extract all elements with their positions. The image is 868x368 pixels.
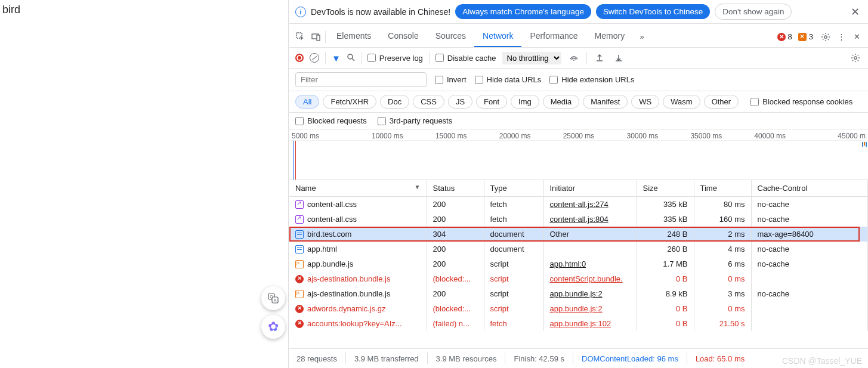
console-errors-badge[interactable]: ✕ 8: [777, 32, 792, 41]
column-header-type[interactable]: Type: [484, 180, 543, 197]
preserve-log-checkbox[interactable]: Preserve log: [367, 54, 423, 63]
chip-fetchxhr[interactable]: Fetch/XHR: [323, 95, 376, 109]
more-tabs-icon[interactable]: »: [635, 30, 648, 44]
dont-show-again-button[interactable]: Don't show again: [715, 4, 792, 20]
assistant-float-button[interactable]: ✿: [261, 315, 285, 339]
tab-console[interactable]: Console: [379, 26, 427, 47]
initiator-link[interactable]: app.bundle.js:2: [550, 304, 603, 313]
type-cell: script: [484, 286, 543, 301]
device-mode-icon[interactable]: [310, 30, 323, 44]
network-table-wrap[interactable]: Name▼StatusTypeInitiatorSizeTimeCache-Co…: [289, 180, 868, 348]
close-icon[interactable]: ✕: [848, 5, 862, 18]
network-settings-icon[interactable]: [849, 51, 862, 64]
err-icon: [295, 320, 304, 328]
table-row[interactable]: content-all.css200fetchcontent-all.js:80…: [289, 212, 868, 227]
hide-extension-urls-checkbox[interactable]: Hide extension URLs: [549, 75, 634, 84]
filter-icon[interactable]: ▼: [332, 53, 341, 63]
tab-elements[interactable]: Elements: [328, 26, 379, 47]
column-header-time[interactable]: Time: [694, 180, 751, 197]
invert-checkbox[interactable]: Invert: [435, 75, 467, 84]
blocked-requests-checkbox[interactable]: Blocked requests: [295, 116, 367, 125]
time-cell: 80 ms: [694, 197, 751, 212]
table-row[interactable]: adwords.dynamic.js.gz(blocked:...scripta…: [289, 301, 868, 316]
request-name: app.bundle.js: [307, 259, 353, 268]
tab-sources[interactable]: Sources: [427, 26, 474, 47]
initiator-link[interactable]: content-all.js:274: [550, 200, 608, 209]
inspect-element-icon[interactable]: [294, 30, 307, 44]
network-conditions-icon[interactable]: [567, 51, 580, 64]
translate-float-button[interactable]: QA: [261, 286, 285, 310]
chip-img[interactable]: Img: [511, 95, 539, 109]
tab-performance[interactable]: Performance: [521, 26, 586, 47]
network-table: Name▼StatusTypeInitiatorSizeTimeCache-Co…: [289, 180, 868, 331]
table-row[interactable]: app.html200document260 B4 msno-cache: [289, 242, 868, 256]
tab-memory[interactable]: Memory: [586, 26, 634, 47]
third-party-checkbox[interactable]: 3rd-party requests: [378, 116, 453, 125]
initiator-link[interactable]: app.html:0: [550, 259, 586, 268]
type-cell: fetch: [484, 197, 543, 212]
chip-css[interactable]: CSS: [413, 95, 444, 109]
svg-point-3: [824, 35, 827, 38]
initiator-link[interactable]: app.bundle.js:2: [550, 289, 603, 298]
chip-all[interactable]: All: [295, 95, 319, 109]
chip-media[interactable]: Media: [543, 95, 579, 109]
initiator-link[interactable]: app.bundle.js:102: [550, 319, 611, 328]
time-cell: 3 ms: [694, 286, 751, 301]
hide-data-urls-checkbox[interactable]: Hide data URLs: [475, 75, 542, 84]
more-icon[interactable]: ⋮: [835, 30, 848, 44]
svg-rect-2: [317, 35, 320, 41]
timeline-tick: 5000 ms: [291, 132, 356, 140]
chip-ws[interactable]: WS: [631, 95, 659, 109]
table-row[interactable]: content-all.css200fetchcontent-all.js:27…: [289, 197, 868, 212]
initiator-link[interactable]: content-all.js:804: [550, 215, 608, 224]
timeline-tick: 40000 ms: [738, 132, 802, 140]
chip-wasm[interactable]: Wasm: [663, 95, 700, 109]
chip-font[interactable]: Font: [476, 95, 507, 109]
svg-text:A: A: [274, 298, 277, 302]
chip-js[interactable]: JS: [448, 95, 472, 109]
initiator-cell: app.html:0: [543, 256, 637, 271]
tab-network[interactable]: Network: [474, 26, 521, 47]
table-row[interactable]: ajs-destination.bundle.js(blocked:...scr…: [289, 271, 868, 286]
blocked-cookies-checkbox[interactable]: Blocked response cookies: [750, 97, 852, 106]
table-row[interactable]: bird.test.com304documentOther248 B2 msma…: [289, 227, 868, 242]
statusbar: 28 requests 3.9 MB transferred 3.9 MB re…: [289, 348, 868, 368]
column-header-name[interactable]: Name▼: [289, 180, 427, 197]
timeline-overview[interactable]: 5000 ms10000 ms15000 ms20000 ms25000 ms3…: [289, 129, 868, 180]
clear-button[interactable]: [310, 53, 319, 63]
throttling-select[interactable]: No throttling: [502, 52, 561, 64]
search-icon[interactable]: [347, 53, 355, 63]
timeline-body[interactable]: [289, 140, 868, 180]
table-row[interactable]: accounts:lookup?key=AIz...(failed) n...f…: [289, 316, 868, 331]
chip-other[interactable]: Other: [704, 95, 739, 109]
initiator-link[interactable]: contentScript.bundle.: [550, 274, 623, 283]
size-cell: 0 B: [637, 301, 694, 316]
initiator-cell: app.bundle.js:2: [543, 301, 637, 316]
chip-doc[interactable]: Doc: [380, 95, 409, 109]
switch-chinese-button[interactable]: Switch DevTools to Chinese: [596, 4, 710, 19]
table-row[interactable]: app.bundle.js200scriptapp.html:01.7 MB6 …: [289, 256, 868, 271]
cache-cell: max-age=86400: [751, 227, 868, 242]
import-har-icon[interactable]: [593, 51, 606, 64]
match-language-button[interactable]: Always match Chrome's language: [455, 4, 591, 19]
request-name: ajs-destination.bundle.js: [307, 274, 390, 283]
console-warnings-badge[interactable]: ✕ 3: [798, 32, 813, 41]
network-toolbar: ▼ Preserve log Disable cache No throttli…: [289, 48, 868, 69]
filter-input[interactable]: [295, 72, 427, 87]
record-button[interactable]: [295, 54, 304, 62]
timeline-tick: 10000 ms: [356, 132, 419, 140]
close-devtools-icon[interactable]: ✕: [850, 30, 863, 44]
column-header-status[interactable]: Status: [427, 180, 484, 197]
column-header-size[interactable]: Size: [637, 180, 694, 197]
disable-cache-checkbox[interactable]: Disable cache: [435, 54, 496, 63]
table-row[interactable]: ajs-destination.bundle.js200scriptapp.bu…: [289, 286, 868, 301]
export-har-icon[interactable]: [612, 51, 625, 64]
settings-icon[interactable]: [819, 30, 832, 44]
css-icon: [295, 200, 304, 209]
column-header-initiator[interactable]: Initiator: [543, 180, 637, 197]
column-header-cachecontrol[interactable]: Cache-Control: [751, 180, 868, 197]
chip-manifest[interactable]: Manifest: [583, 95, 628, 109]
size-cell: 335 kB: [637, 212, 694, 227]
timeline-tick: 35000 ms: [674, 132, 738, 140]
devtools-tabbar: ElementsConsoleSourcesNetworkPerformance…: [289, 24, 868, 48]
